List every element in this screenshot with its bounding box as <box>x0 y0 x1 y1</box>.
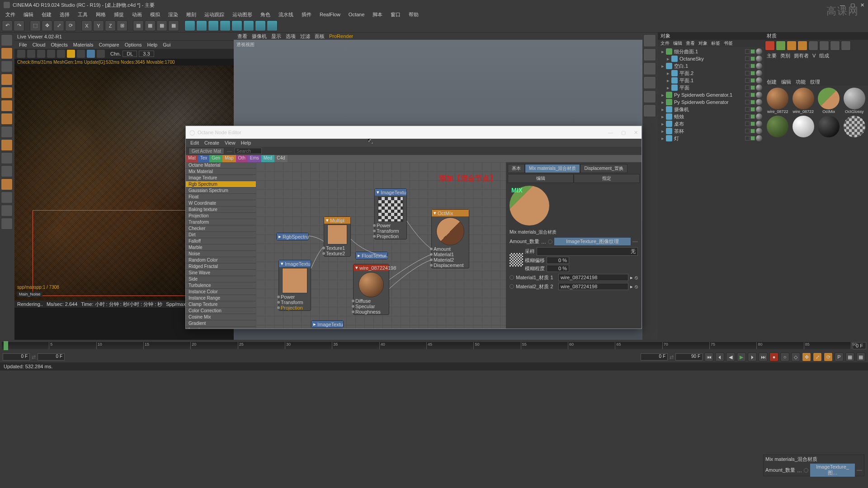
menu-Octane[interactable]: Octane <box>345 11 368 18</box>
maximize-icon[interactable]: ▢ <box>850 2 855 8</box>
record-button[interactable]: ● <box>769 352 778 361</box>
mat-filter-label[interactable]: 类别 <box>780 52 790 59</box>
node-list-item[interactable]: Baking texture <box>186 206 256 213</box>
node-list-item[interactable]: Transform <box>186 219 256 225</box>
viewer-reload-icon[interactable] <box>27 50 35 58</box>
node-multiply[interactable]: ▾ Multipl Texture1 Texture2 <box>324 216 351 257</box>
amount-field[interactable]: ImageTexture_图像纹理 <box>554 238 631 245</box>
timeline-track[interactable]: 51015202530354045505560657075808590 <box>2 342 851 349</box>
menu-运动图形[interactable]: 运动图形 <box>229 10 256 19</box>
node-list-item[interactable]: Color Correction <box>186 308 256 314</box>
node-list-item[interactable]: W Coordinate <box>186 200 256 206</box>
timeline[interactable]: 51015202530354045505560657075808590 0 F <box>0 340 868 352</box>
key-rot-button[interactable]: ⟳ <box>824 352 833 361</box>
menu-窗口[interactable]: 窗口 <box>387 10 404 19</box>
attr-subtab[interactable]: 编辑 <box>508 174 574 183</box>
go-end-button[interactable]: ⏭ <box>759 352 768 361</box>
objman-menu-item[interactable]: 书签 <box>724 40 733 47</box>
node-list-item[interactable]: Random Color <box>186 257 256 263</box>
object-mode-icon[interactable] <box>1 47 13 59</box>
mat-oct6-icon[interactable] <box>819 41 829 51</box>
object-tree[interactable]: ▸细分曲面.1 ▸OctaneSky ▸空白.1 ▸平面.2 ▸平面.1 ▸平面… <box>658 47 764 340</box>
attr-subtab[interactable]: 指定 <box>574 174 640 183</box>
mat1-dot[interactable] <box>509 275 514 280</box>
filter-icon[interactable] <box>643 48 656 61</box>
viewer-menu-compare[interactable]: Compare <box>99 42 119 47</box>
menu-工具[interactable]: 工具 <box>74 10 91 19</box>
port-transform2[interactable]: Transform <box>375 228 406 234</box>
generator-button[interactable] <box>208 20 219 31</box>
step-fwd-button[interactable]: ⏵ <box>748 352 757 361</box>
octane-tag-c4d[interactable]: C4d <box>274 155 287 162</box>
menu-雕刻[interactable]: 雕刻 <box>183 10 200 19</box>
mat-menu-item[interactable]: 纹理 <box>810 79 820 85</box>
objman-menu-item[interactable]: 编辑 <box>673 40 682 47</box>
texture-mode-icon[interactable] <box>1 61 13 72</box>
object-row[interactable]: ▸Py Spiderweb Generator <box>660 99 762 106</box>
viewer-menu-materials[interactable]: Materials <box>73 42 94 47</box>
node-type-list[interactable]: Octane MaterialMix MaterialImage Texture… <box>186 162 256 328</box>
octane-menu-help[interactable]: Help <box>241 140 251 145</box>
viewer-picker-icon[interactable] <box>97 50 105 58</box>
start-frame-field-2[interactable]: 0 F <box>38 353 65 361</box>
attr-tab[interactable]: Displacement_置换 <box>580 164 627 173</box>
deformer-button[interactable] <box>231 20 242 31</box>
octane-tag-ems[interactable]: Ems <box>248 155 261 162</box>
light-button[interactable] <box>267 20 278 31</box>
viewer-menu-help[interactable]: Help <box>147 42 158 47</box>
attr-tab[interactable]: Mix materials_混合材质 <box>525 164 580 173</box>
coord-button[interactable]: ⊞ <box>117 20 127 31</box>
mat-oct5-icon[interactable] <box>808 41 818 51</box>
node-list-item[interactable]: Instance Range <box>186 295 256 301</box>
display-icon[interactable] <box>643 62 656 75</box>
port-amount[interactable]: Amount <box>432 246 469 252</box>
object-row[interactable]: ▸平面 <box>660 84 762 91</box>
menu-流水线[interactable]: 流水线 <box>275 10 297 19</box>
menu-运动跟踪[interactable]: 运动跟踪 <box>201 10 228 19</box>
node-list-item[interactable]: Gradient <box>186 320 256 327</box>
edge-mode-icon[interactable] <box>1 87 13 99</box>
material-swatch[interactable] <box>792 116 816 137</box>
mat-filter-label[interactable]: V <box>812 53 816 58</box>
object-row[interactable]: ▸蜡烛 <box>660 113 762 120</box>
chn-select[interactable]: DL <box>123 51 137 57</box>
workplanes-icon[interactable] <box>1 165 13 177</box>
viewport-menu-item[interactable]: 显示 <box>271 33 281 40</box>
port-material2[interactable]: Material2 <box>432 257 469 263</box>
viewer-menu-options[interactable]: Options <box>125 42 142 47</box>
object-row[interactable]: ▸灯 <box>660 135 762 142</box>
live-select-button[interactable]: ⬚ <box>30 20 41 31</box>
node-list-item[interactable]: Checker <box>186 225 256 232</box>
node-list-item[interactable]: Sine Wave <box>186 270 256 276</box>
get-active-mat-button[interactable]: Get Active Mat <box>189 148 224 155</box>
axis-z-button[interactable]: Z <box>105 20 116 31</box>
axis-icon[interactable] <box>1 139 13 151</box>
current-frame-field[interactable]: 0 F <box>641 353 668 361</box>
viewport-menu-item[interactable]: 摄像机 <box>252 33 267 40</box>
key-anim-button[interactable]: ▦ <box>856 352 865 361</box>
octane-tag-mat[interactable]: Mat <box>186 155 198 162</box>
port-displacement[interactable]: Displacement <box>432 263 469 268</box>
menu-捕捉[interactable]: 捕捉 <box>110 10 127 19</box>
viewer-stop-icon[interactable] <box>47 50 55 58</box>
viewer-sphere-icon[interactable] <box>77 50 85 58</box>
scale-button[interactable]: ⤢ <box>53 20 64 31</box>
mat-oct4-icon[interactable] <box>797 41 807 51</box>
objman-menu-item[interactable]: 文件 <box>660 40 670 47</box>
objman-menu-item[interactable]: 查看 <box>686 40 695 47</box>
material-swatch[interactable] <box>817 116 841 137</box>
mat-filter-label[interactable]: 拥有者 <box>794 52 809 59</box>
objman-menu-item[interactable]: 对象 <box>698 40 708 47</box>
menu-编辑[interactable]: 编辑 <box>20 10 37 19</box>
node-list-item[interactable]: Marble <box>186 244 256 251</box>
object-row[interactable]: ▸平面.1 <box>660 77 762 84</box>
octane-minimize-icon[interactable]: — <box>608 130 613 136</box>
texture-thumbnail[interactable] <box>509 253 523 267</box>
chn-value[interactable]: 3.3 <box>139 51 154 57</box>
mat2-dot[interactable] <box>509 284 514 289</box>
node-list-item[interactable]: Instance Color <box>186 289 256 295</box>
viewer-play-icon[interactable] <box>17 50 25 58</box>
material-swatch[interactable]: OctGlossy <box>843 88 867 114</box>
key-pos-button[interactable]: ✥ <box>802 352 811 361</box>
node-wire-material[interactable]: ▾ wire_087224198 Diffuse Specular Roughn… <box>353 264 389 315</box>
